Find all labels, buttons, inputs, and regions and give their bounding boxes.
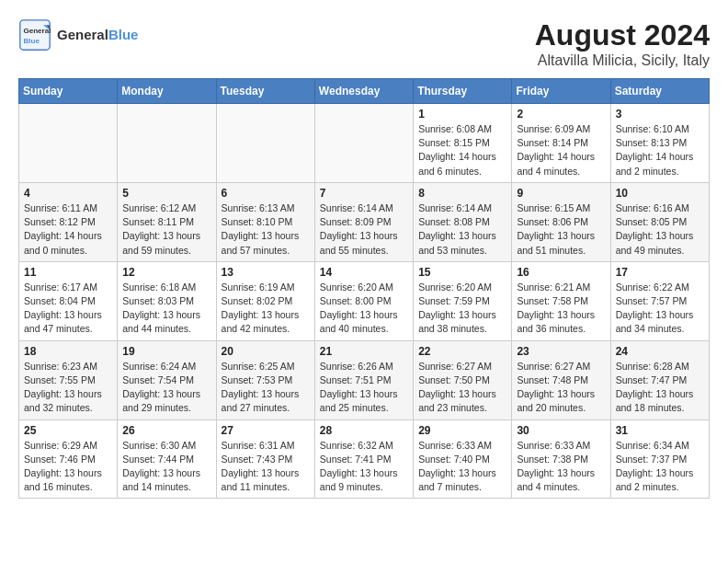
day-info: Sunrise: 6:31 AMSunset: 7:43 PMDaylight:…: [222, 439, 310, 495]
calendar-week-2: 4Sunrise: 6:11 AMSunset: 8:12 PMDaylight…: [19, 182, 710, 261]
day-info: Sunrise: 6:24 AMSunset: 7:54 PMDaylight:…: [122, 360, 210, 416]
day-number: 26: [122, 424, 210, 437]
title-area: August 2024 Altavilla Milicia, Sicily, I…: [535, 18, 710, 69]
month-title: August 2024: [535, 18, 710, 52]
calendar-cell: 18Sunrise: 6:23 AMSunset: 7:55 PMDayligh…: [19, 340, 118, 419]
day-info: Sunrise: 6:18 AMSunset: 8:03 PMDaylight:…: [122, 281, 210, 337]
logo-line2: Blue: [108, 27, 139, 42]
column-header-sunday: Sunday: [19, 79, 118, 104]
day-number: 12: [122, 266, 210, 279]
day-number: 17: [616, 266, 704, 279]
day-info: Sunrise: 6:30 AMSunset: 7:44 PMDaylight:…: [122, 439, 210, 495]
day-info: Sunrise: 6:15 AMSunset: 8:06 PMDaylight:…: [517, 201, 605, 258]
day-info: Sunrise: 6:20 AMSunset: 8:00 PMDaylight:…: [320, 281, 408, 337]
day-number: 29: [418, 424, 506, 437]
day-info: Sunrise: 6:28 AMSunset: 7:47 PMDaylight:…: [616, 360, 704, 416]
page-header: General Blue GeneralBlue August 2024 Alt…: [18, 18, 710, 69]
logo-line1: General: [57, 27, 108, 42]
calendar-cell: 19Sunrise: 6:24 AMSunset: 7:54 PMDayligh…: [118, 340, 216, 419]
day-number: 21: [320, 345, 408, 358]
day-info: Sunrise: 6:27 AMSunset: 7:50 PMDaylight:…: [418, 360, 506, 416]
day-number: 24: [616, 345, 704, 358]
calendar-cell: 6Sunrise: 6:13 AMSunset: 8:10 PMDaylight…: [216, 182, 314, 261]
calendar-cell: [314, 104, 413, 183]
day-number: 14: [320, 266, 408, 279]
day-info: Sunrise: 6:09 AMSunset: 8:14 PMDaylight:…: [517, 122, 605, 178]
day-number: 25: [24, 424, 112, 437]
day-number: 31: [616, 424, 704, 437]
day-number: 5: [122, 187, 210, 200]
calendar-week-4: 18Sunrise: 6:23 AMSunset: 7:55 PMDayligh…: [19, 340, 710, 419]
calendar-cell: 23Sunrise: 6:27 AMSunset: 7:48 PMDayligh…: [512, 340, 610, 419]
calendar-cell: 3Sunrise: 6:10 AMSunset: 8:13 PMDaylight…: [610, 104, 709, 183]
calendar-cell: 22Sunrise: 6:27 AMSunset: 7:50 PMDayligh…: [414, 340, 512, 419]
day-info: Sunrise: 6:22 AMSunset: 7:57 PMDaylight:…: [616, 281, 704, 337]
day-info: Sunrise: 6:19 AMSunset: 8:02 PMDaylight:…: [222, 281, 310, 337]
calendar-cell: 12Sunrise: 6:18 AMSunset: 8:03 PMDayligh…: [118, 261, 216, 340]
calendar-cell: 20Sunrise: 6:25 AMSunset: 7:53 PMDayligh…: [216, 340, 314, 419]
calendar-week-3: 11Sunrise: 6:17 AMSunset: 8:04 PMDayligh…: [19, 261, 710, 340]
day-info: Sunrise: 6:34 AMSunset: 7:37 PMDaylight:…: [616, 439, 704, 495]
day-info: Sunrise: 6:20 AMSunset: 7:59 PMDaylight:…: [418, 281, 506, 337]
calendar-cell: 27Sunrise: 6:31 AMSunset: 7:43 PMDayligh…: [216, 419, 314, 499]
day-info: Sunrise: 6:29 AMSunset: 7:46 PMDaylight:…: [24, 439, 112, 495]
day-info: Sunrise: 6:23 AMSunset: 7:55 PMDaylight:…: [24, 360, 112, 416]
calendar-cell: 13Sunrise: 6:19 AMSunset: 8:02 PMDayligh…: [216, 261, 314, 340]
day-info: Sunrise: 6:33 AMSunset: 7:38 PMDaylight:…: [517, 439, 605, 495]
day-number: 11: [24, 266, 112, 279]
logo-icon: General Blue: [18, 18, 51, 52]
calendar-cell: 7Sunrise: 6:14 AMSunset: 8:09 PMDaylight…: [314, 182, 413, 261]
day-info: Sunrise: 6:25 AMSunset: 7:53 PMDaylight:…: [222, 360, 310, 416]
day-info: Sunrise: 6:17 AMSunset: 8:04 PMDaylight:…: [24, 281, 112, 337]
day-info: Sunrise: 6:27 AMSunset: 7:48 PMDaylight:…: [517, 360, 605, 416]
day-number: 9: [517, 187, 605, 200]
day-info: Sunrise: 6:14 AMSunset: 8:08 PMDaylight:…: [418, 201, 506, 258]
day-info: Sunrise: 6:11 AMSunset: 8:12 PMDaylight:…: [24, 201, 112, 258]
calendar-cell: [118, 104, 216, 183]
calendar-cell: 11Sunrise: 6:17 AMSunset: 8:04 PMDayligh…: [19, 261, 118, 340]
day-info: Sunrise: 6:32 AMSunset: 7:41 PMDaylight:…: [320, 439, 408, 495]
calendar-cell: 2Sunrise: 6:09 AMSunset: 8:14 PMDaylight…: [512, 104, 610, 183]
calendar-cell: 29Sunrise: 6:33 AMSunset: 7:40 PMDayligh…: [414, 419, 512, 499]
day-number: 10: [616, 187, 704, 200]
day-number: 22: [418, 345, 506, 358]
day-number: 20: [222, 345, 310, 358]
column-header-saturday: Saturday: [610, 79, 709, 104]
calendar-cell: 8Sunrise: 6:14 AMSunset: 8:08 PMDaylight…: [414, 182, 512, 261]
day-number: 2: [517, 108, 605, 121]
column-header-wednesday: Wednesday: [314, 79, 413, 104]
day-number: 28: [320, 424, 408, 437]
calendar-cell: 14Sunrise: 6:20 AMSunset: 8:00 PMDayligh…: [314, 261, 413, 340]
day-info: Sunrise: 6:13 AMSunset: 8:10 PMDaylight:…: [222, 201, 310, 258]
day-info: Sunrise: 6:14 AMSunset: 8:09 PMDaylight:…: [320, 201, 408, 258]
day-info: Sunrise: 6:10 AMSunset: 8:13 PMDaylight:…: [616, 122, 704, 178]
svg-text:Blue: Blue: [23, 37, 40, 45]
calendar-cell: 26Sunrise: 6:30 AMSunset: 7:44 PMDayligh…: [118, 419, 216, 499]
calendar-cell: 25Sunrise: 6:29 AMSunset: 7:46 PMDayligh…: [19, 419, 118, 499]
calendar-cell: 31Sunrise: 6:34 AMSunset: 7:37 PMDayligh…: [610, 419, 709, 499]
day-info: Sunrise: 6:12 AMSunset: 8:11 PMDaylight:…: [122, 201, 210, 258]
day-number: 19: [122, 345, 210, 358]
calendar-cell: 15Sunrise: 6:20 AMSunset: 7:59 PMDayligh…: [414, 261, 512, 340]
location-subtitle: Altavilla Milicia, Sicily, Italy: [535, 52, 710, 69]
day-number: 30: [517, 424, 605, 437]
day-info: Sunrise: 6:08 AMSunset: 8:15 PMDaylight:…: [418, 122, 506, 178]
day-info: Sunrise: 6:21 AMSunset: 7:58 PMDaylight:…: [517, 281, 605, 337]
day-number: 4: [24, 187, 112, 200]
calendar-cell: 4Sunrise: 6:11 AMSunset: 8:12 PMDaylight…: [19, 182, 118, 261]
day-info: Sunrise: 6:33 AMSunset: 7:40 PMDaylight:…: [418, 439, 506, 495]
day-info: Sunrise: 6:26 AMSunset: 7:51 PMDaylight:…: [320, 360, 408, 416]
calendar-header: SundayMondayTuesdayWednesdayThursdayFrid…: [19, 79, 710, 104]
svg-text:General: General: [23, 27, 51, 35]
column-header-thursday: Thursday: [414, 79, 512, 104]
day-info: Sunrise: 6:16 AMSunset: 8:05 PMDaylight:…: [616, 201, 704, 258]
day-number: 1: [418, 108, 506, 121]
calendar-cell: 17Sunrise: 6:22 AMSunset: 7:57 PMDayligh…: [610, 261, 709, 340]
calendar-cell: 21Sunrise: 6:26 AMSunset: 7:51 PMDayligh…: [314, 340, 413, 419]
column-header-monday: Monday: [118, 79, 216, 104]
calendar-cell: [216, 104, 314, 183]
day-number: 7: [320, 187, 408, 200]
calendar-table: SundayMondayTuesdayWednesdayThursdayFrid…: [18, 78, 710, 499]
calendar-week-1: 1Sunrise: 6:08 AMSunset: 8:15 PMDaylight…: [19, 104, 710, 183]
day-number: 8: [418, 187, 506, 200]
